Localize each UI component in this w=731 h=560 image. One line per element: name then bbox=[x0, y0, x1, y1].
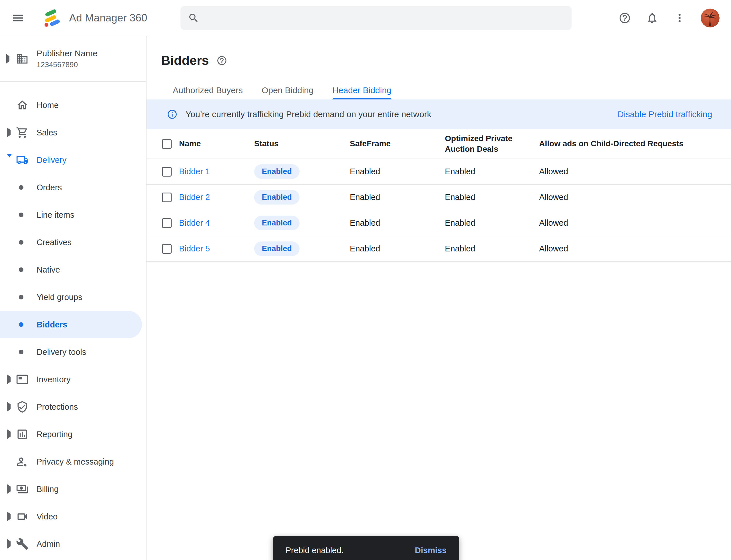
opad-value: Enabled bbox=[445, 218, 539, 228]
tab-header-bidding[interactable]: Header Bidding bbox=[323, 81, 401, 99]
sidebar-item-inventory[interactable]: Inventory bbox=[0, 366, 146, 393]
inventory-icon bbox=[16, 373, 29, 386]
safeframe-value: Enabled bbox=[350, 167, 445, 176]
sidebar-item-bidders[interactable]: Bidders bbox=[0, 311, 142, 338]
publisher-selector[interactable]: Publisher Name 1234567890 bbox=[0, 36, 146, 82]
sidebar-item-label: Reporting bbox=[37, 430, 73, 439]
hamburger-menu-icon[interactable] bbox=[11, 11, 25, 25]
wrench-icon bbox=[16, 538, 29, 550]
disable-prebid-link[interactable]: Disable Prebid trafficking bbox=[618, 109, 712, 119]
person-icon bbox=[16, 455, 29, 468]
row-checkbox[interactable] bbox=[162, 244, 172, 254]
bidder-link[interactable]: Bidder 1 bbox=[179, 167, 254, 176]
title-help-icon[interactable] bbox=[217, 55, 227, 66]
sidebar-item-label: Inventory bbox=[37, 375, 71, 384]
bidders-table: Name Status SafeFrame Optimized Private … bbox=[147, 129, 731, 262]
sidebar-item-privacy-messaging[interactable]: Privacy & messaging bbox=[0, 448, 146, 475]
sidebar-item-orders[interactable]: Orders bbox=[0, 174, 146, 201]
sidebar-item-reporting[interactable]: Reporting bbox=[0, 421, 146, 448]
sidebar-item-creatives[interactable]: Creatives bbox=[0, 229, 146, 256]
chevron-right-icon bbox=[7, 484, 11, 494]
top-app-bar: Ad Manager 360 bbox=[0, 0, 731, 36]
sidebar-item-delivery-tools[interactable]: Delivery tools bbox=[0, 338, 146, 366]
bullet-icon bbox=[19, 185, 23, 190]
sidebar-item-label: Delivery tools bbox=[37, 347, 86, 357]
child-directed-value: Allowed bbox=[539, 167, 731, 176]
sidebar-nav: Home Sales Delivery Orders bbox=[0, 82, 146, 558]
shield-icon bbox=[16, 401, 29, 413]
table-header-row: Name Status SafeFrame Optimized Private … bbox=[147, 129, 731, 159]
row-checkbox[interactable] bbox=[162, 193, 172, 202]
table-row: Bidder 1 Enabled Enabled Enabled Allowed bbox=[147, 159, 731, 185]
sidebar-item-delivery[interactable]: Delivery bbox=[0, 146, 146, 174]
sidebar-item-native[interactable]: Native bbox=[0, 256, 146, 283]
sidebar-item-billing[interactable]: Billing bbox=[0, 475, 146, 503]
tab-bar: Authorized Buyers Open Bidding Header Bi… bbox=[147, 81, 731, 99]
sidebar-item-label: Bidders bbox=[37, 320, 67, 329]
cart-icon bbox=[16, 126, 29, 139]
snackbar: Prebid enabled. Dismiss bbox=[273, 536, 459, 560]
sidebar-item-label: Privacy & messaging bbox=[37, 457, 114, 467]
info-icon bbox=[167, 109, 178, 120]
opad-value: Enabled bbox=[445, 167, 539, 176]
bidder-link[interactable]: Bidder 4 bbox=[179, 218, 254, 228]
sidebar-item-yield-groups[interactable]: Yield groups bbox=[0, 283, 146, 311]
ad-manager-page: Ad Manager 360 bbox=[0, 0, 731, 560]
safeframe-value: Enabled bbox=[350, 218, 445, 228]
sidebar-item-label: Video bbox=[37, 512, 58, 521]
sidebar-item-protections[interactable]: Protections bbox=[0, 393, 146, 421]
chevron-right-icon bbox=[6, 54, 9, 63]
sidebar-item-label: Creatives bbox=[37, 238, 72, 247]
bullet-icon bbox=[19, 213, 23, 217]
bidder-link[interactable]: Bidder 5 bbox=[179, 244, 254, 253]
snackbar-dismiss-button[interactable]: Dismiss bbox=[415, 546, 446, 555]
sidebar-item-video[interactable]: Video bbox=[0, 503, 146, 530]
publisher-name: Publisher Name bbox=[37, 49, 97, 58]
sidebar-item-label: Admin bbox=[37, 539, 60, 549]
payments-icon bbox=[16, 483, 29, 495]
prebid-info-banner: You’re currently trafficking Prebid dema… bbox=[147, 99, 731, 129]
search-bar[interactable] bbox=[181, 6, 572, 30]
column-header-status: Status bbox=[254, 139, 350, 149]
tab-authorized-buyers[interactable]: Authorized Buyers bbox=[163, 81, 252, 99]
bidder-link[interactable]: Bidder 2 bbox=[179, 193, 254, 202]
publisher-id: 1234567890 bbox=[37, 60, 97, 69]
sidebar-item-home[interactable]: Home bbox=[0, 91, 146, 119]
child-directed-value: Allowed bbox=[539, 244, 731, 253]
chart-icon bbox=[16, 428, 29, 441]
sidebar-item-line-items[interactable]: Line items bbox=[0, 201, 146, 229]
chevron-right-icon bbox=[7, 539, 11, 549]
chevron-right-icon bbox=[7, 511, 11, 521]
child-directed-value: Allowed bbox=[539, 218, 731, 228]
search-input[interactable] bbox=[206, 13, 564, 23]
sidebar-item-label: Sales bbox=[37, 128, 57, 137]
child-directed-value: Allowed bbox=[539, 193, 731, 202]
safeframe-value: Enabled bbox=[350, 244, 445, 253]
notifications-bell-icon[interactable] bbox=[646, 12, 658, 24]
tab-open-bidding[interactable]: Open Bidding bbox=[252, 81, 323, 99]
sidebar-item-label: Native bbox=[37, 265, 60, 275]
status-badge: Enabled bbox=[254, 216, 300, 230]
snackbar-message: Prebid enabled. bbox=[286, 546, 344, 555]
table-row: Bidder 5 Enabled Enabled Enabled Allowed bbox=[147, 236, 731, 262]
more-options-icon[interactable] bbox=[673, 12, 686, 24]
status-badge: Enabled bbox=[254, 241, 300, 256]
ad-manager-logo bbox=[41, 8, 62, 28]
chevron-right-icon bbox=[7, 127, 11, 137]
opad-value: Enabled bbox=[445, 193, 539, 202]
select-all-checkbox[interactable] bbox=[162, 139, 172, 149]
sidebar-item-admin[interactable]: Admin bbox=[0, 530, 146, 558]
safeframe-value: Enabled bbox=[350, 193, 445, 202]
column-header-opad: Optimized Private Auction Deals bbox=[445, 133, 539, 154]
sidebar-item-label: Home bbox=[37, 101, 59, 110]
bullet-icon bbox=[19, 322, 23, 327]
column-header-name: Name bbox=[179, 139, 254, 149]
bullet-icon bbox=[19, 267, 23, 272]
avatar[interactable] bbox=[701, 9, 720, 27]
help-icon[interactable] bbox=[618, 12, 631, 24]
row-checkbox[interactable] bbox=[162, 167, 172, 177]
truck-icon bbox=[16, 154, 29, 166]
row-checkbox[interactable] bbox=[162, 218, 172, 228]
bullet-icon bbox=[19, 350, 23, 354]
sidebar-item-sales[interactable]: Sales bbox=[0, 119, 146, 146]
